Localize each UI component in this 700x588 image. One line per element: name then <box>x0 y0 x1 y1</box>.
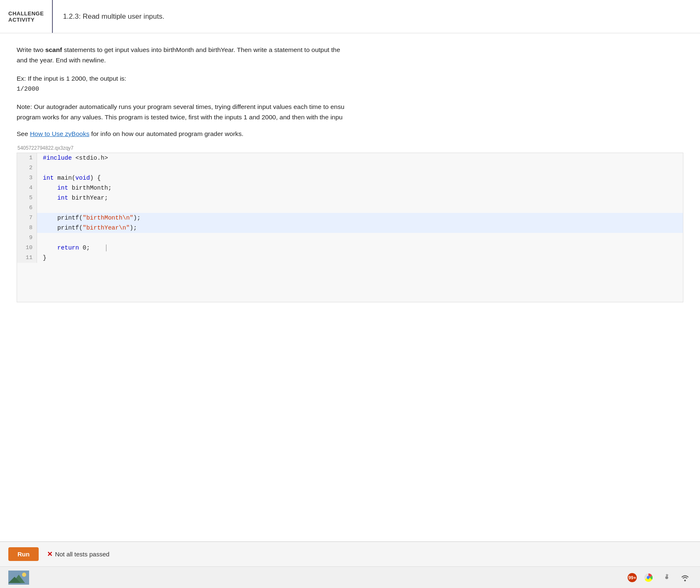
scanf-bold: scanf <box>45 46 62 53</box>
code-line-7: 7 printf("birthMonth\n"); <box>17 213 683 223</box>
x-icon: ✕ <box>47 550 52 558</box>
svg-point-3 <box>22 573 26 577</box>
bottom-bar: Run ✕ Not all tests passed <box>0 541 700 566</box>
header-title: 1.2.3: Read multiple user inputs. <box>53 0 174 33</box>
line-num-7: 7 <box>17 213 37 223</box>
gear-icon[interactable] <box>660 571 673 584</box>
page-wrapper: CHALLENGE ACTIVITY 1.2.3: Read multiple … <box>0 0 700 588</box>
challenge-line2: ACTIVITY <box>8 17 44 23</box>
line-num-4: 4 <box>17 183 37 193</box>
code-editor-wrapper: 5405722794822.qx3zqy7 1 #include <stdio.… <box>17 143 683 302</box>
line-content-8: printf("birthYear\n"); <box>37 223 137 233</box>
line-content-7: printf("birthMonth\n"); <box>37 213 141 223</box>
desc-text3: and the year. End with newline. <box>17 57 106 64</box>
line-content-5: int birthYear; <box>37 193 108 203</box>
code-editor[interactable]: 1 #include <stdio.h> 2 3 int main(void) … <box>17 153 683 302</box>
chrome-icon[interactable] <box>642 571 655 584</box>
example-output: 1/2000 <box>17 84 683 95</box>
content-area: Write two scanf statements to get input … <box>0 33 700 541</box>
line-num-1: 1 <box>17 153 37 163</box>
code-line-2: 2 <box>17 163 683 173</box>
code-line-1: 1 #include <stdio.h> <box>17 153 683 163</box>
note-text2: program works for any values. This progr… <box>17 112 683 123</box>
header: CHALLENGE ACTIVITY 1.2.3: Read multiple … <box>0 0 700 33</box>
line-content-3: int main(void) { <box>37 173 101 183</box>
see-before: See <box>17 130 30 137</box>
taskbar-right: 99+ <box>628 571 692 584</box>
code-line-10: 10 return 0; │ <box>17 243 683 253</box>
zybooks-link[interactable]: How to Use zyBooks <box>30 130 89 137</box>
line-num-8: 8 <box>17 223 37 233</box>
challenge-line1: CHALLENGE <box>8 10 44 17</box>
line-num-3: 3 <box>17 173 37 183</box>
line-content-1: #include <stdio.h> <box>37 153 108 163</box>
run-button[interactable]: Run <box>8 547 39 561</box>
example-block: Ex: If the input is 1 2000, the output i… <box>17 73 683 95</box>
code-line-6: 6 <box>17 203 683 213</box>
line-num-2: 2 <box>17 163 37 173</box>
line-num-5: 5 <box>17 193 37 203</box>
notification-badge[interactable]: 99+ <box>628 573 637 582</box>
challenge-label: CHALLENGE ACTIVITY <box>0 0 53 33</box>
network-icon[interactable] <box>678 571 692 584</box>
status-text: ✕ Not all tests passed <box>47 550 109 558</box>
status-label: Not all tests passed <box>55 551 109 558</box>
line-content-11: } <box>37 253 47 263</box>
code-line-11: 11 } <box>17 253 683 263</box>
see-block: See How to Use zyBooks for info on how o… <box>17 130 683 138</box>
line-num-6: 6 <box>17 203 37 213</box>
taskbar: 99+ <box>0 566 700 588</box>
line-num-10: 10 <box>17 243 37 253</box>
code-line-3: 3 int main(void) { <box>17 173 683 183</box>
line-content-10: return 0; │ <box>37 243 108 253</box>
note-text1: Note: Our autograder automatically runs … <box>17 102 683 112</box>
example-label: Ex: If the input is 1 2000, the output i… <box>17 73 683 84</box>
taskbar-thumbnail <box>8 571 29 585</box>
code-line-4: 4 int birthMonth; <box>17 183 683 193</box>
line-num-11: 11 <box>17 253 37 263</box>
code-line-8: 8 printf("birthYear\n"); <box>17 223 683 233</box>
description-block: Write two scanf statements to get input … <box>17 45 683 66</box>
line-content-4: int birthMonth; <box>37 183 111 193</box>
see-after: for info on how our automated program gr… <box>89 130 243 137</box>
code-line-9: 9 <box>17 233 683 243</box>
svg-point-6 <box>684 580 686 581</box>
desc-text2: statements to get input values into birt… <box>62 46 340 53</box>
desc-text1: Write two <box>17 46 45 53</box>
note-block: Note: Our autograder automatically runs … <box>17 102 683 123</box>
code-line-5: 5 int birthYear; <box>17 193 683 203</box>
code-id-bar: 5405722794822.qx3zqy7 <box>17 143 683 153</box>
line-num-9: 9 <box>17 233 37 243</box>
